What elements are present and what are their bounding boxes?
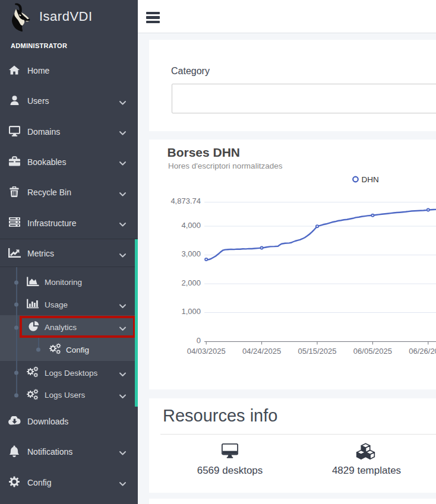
svg-text:06/26/2025: 06/26/2025 <box>409 347 436 356</box>
svg-text:05/15/2025: 05/15/2025 <box>298 347 336 356</box>
svg-text:04/24/2025: 04/24/2025 <box>242 347 281 356</box>
svg-text:3,000: 3,000 <box>181 249 201 258</box>
svg-text:1,000: 1,000 <box>181 307 201 316</box>
svg-text:2,000: 2,000 <box>181 278 201 287</box>
svg-text:0: 0 <box>197 336 201 345</box>
svg-text:04/03/2025: 04/03/2025 <box>187 347 226 356</box>
svg-text:4,000: 4,000 <box>181 221 201 230</box>
svg-text:Borses DHN: Borses DHN <box>168 145 241 159</box>
svg-text:DHN: DHN <box>362 175 379 184</box>
svg-text:4,873.74: 4,873.74 <box>170 196 201 205</box>
svg-text:Hores d'escriptori normalitzad: Hores d'escriptori normalitzades <box>168 161 283 170</box>
svg-text:06/05/2025: 06/05/2025 <box>353 347 392 356</box>
